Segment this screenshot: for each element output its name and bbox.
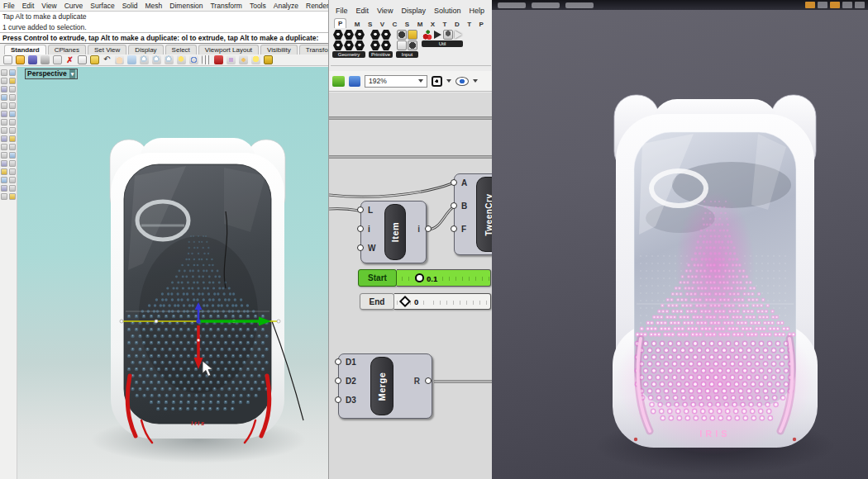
component-tab[interactable]: S	[368, 21, 372, 28]
tweencrv-component[interactable]: A B F TweenCrv	[454, 173, 493, 255]
zoom-window-icon[interactable]	[165, 55, 174, 64]
output-port-R[interactable]: R	[414, 377, 420, 386]
sidebar-tool-icon[interactable]	[1, 160, 7, 167]
component-tab[interactable]: M	[355, 21, 360, 28]
sidebar-tool-icon[interactable]	[9, 177, 16, 183]
item-component[interactable]: L i W Item i	[360, 201, 427, 263]
item-component-capsule[interactable]: Item	[384, 204, 406, 260]
menu-item[interactable]: File	[336, 7, 348, 15]
zoom-level-select[interactable]: 192%	[365, 75, 427, 88]
menu-item[interactable]: Mesh	[145, 2, 163, 10]
component-tab[interactable]: M	[417, 21, 423, 28]
rhino-car-model[interactable]: iris	[17, 67, 328, 479]
menu-item[interactable]: File	[3, 2, 15, 10]
toolbar-tab[interactable]: Viewport Layout	[198, 45, 259, 55]
topbar-button[interactable]	[818, 2, 827, 8]
tree-icon[interactable]	[443, 30, 453, 40]
menu-item[interactable]: Surface	[90, 2, 114, 10]
sidebar-tool-icon[interactable]	[9, 111, 16, 117]
component-tab[interactable]: C	[393, 21, 398, 28]
toolbar-tab[interactable]: Visibility	[260, 45, 298, 55]
component-icon[interactable]	[370, 30, 380, 40]
component-icon[interactable]	[333, 40, 343, 50]
start-slider[interactable]: Start 0.1	[358, 269, 491, 287]
sidebar-tool-icon[interactable]	[9, 86, 16, 92]
input-port-L[interactable]: L	[368, 206, 373, 215]
arrow-right-icon[interactable]	[434, 31, 441, 39]
component-icon[interactable]	[344, 40, 354, 50]
component-icon[interactable]	[408, 30, 417, 40]
sidebar-tool-icon[interactable]	[9, 78, 16, 84]
osnap-icon[interactable]	[239, 55, 248, 64]
component-icon[interactable]	[355, 30, 365, 40]
clipboard-icon[interactable]	[53, 55, 62, 64]
sidebar-tool-icon[interactable]	[9, 168, 16, 175]
toolbar-tab[interactable]: Set View	[88, 45, 126, 55]
sidebar-tool-icon[interactable]	[1, 193, 7, 200]
sidebar-tool-icon[interactable]	[1, 144, 7, 150]
palette-group-label[interactable]: Input	[396, 51, 418, 58]
component-icon[interactable]	[397, 40, 407, 50]
grasshopper-canvas[interactable]: L i W Item i A B F TweenCrv Start	[329, 92, 493, 479]
sidebar-tool-icon[interactable]	[9, 135, 16, 142]
sidebar-tool-icon[interactable]	[1, 111, 7, 117]
merge-component[interactable]: D1 D2 D3 Merge R	[338, 353, 432, 419]
zoom-extents-icon[interactable]	[432, 76, 442, 87]
toolbar-tab[interactable]: Select	[165, 45, 197, 55]
sidebar-tool-icon[interactable]	[1, 152, 7, 159]
palette-group-label[interactable]: Util	[422, 40, 463, 47]
menu-item[interactable]: Solution	[434, 7, 461, 15]
input-port-A[interactable]: A	[461, 178, 467, 187]
output-port-i[interactable]: i	[417, 225, 420, 234]
sidebar-tool-icon[interactable]	[1, 135, 7, 142]
input-port-W[interactable]: W	[368, 244, 375, 253]
input-port-F[interactable]: F	[461, 225, 466, 234]
topbar-button[interactable]	[498, 2, 526, 8]
topbar-button[interactable]	[842, 2, 852, 8]
named-view-icon[interactable]	[214, 55, 223, 64]
menu-item[interactable]: View	[377, 7, 393, 15]
start-slider-track[interactable]: 0.1	[397, 269, 491, 287]
topbar-button[interactable]	[830, 2, 840, 8]
menu-item[interactable]: Render	[306, 2, 328, 10]
menu-item[interactable]: Display	[401, 7, 426, 15]
input-port-D3[interactable]: D3	[346, 396, 356, 405]
sidebar-tool-icon[interactable]	[1, 78, 7, 84]
menu-item[interactable]: Curve	[64, 2, 83, 10]
component-icon[interactable]	[397, 30, 407, 40]
component-tab[interactable]: T	[467, 21, 471, 28]
perspective-viewport[interactable]: Perspective ▾	[17, 67, 328, 479]
menu-item[interactable]: Tools	[250, 2, 266, 10]
sidebar-tool-icon[interactable]	[1, 177, 7, 183]
component-tab[interactable]: P	[334, 18, 346, 28]
zoom-out-icon[interactable]	[152, 55, 161, 64]
start-slider-knob[interactable]	[415, 273, 424, 282]
component-icon[interactable]	[333, 30, 343, 40]
zoom-selected-icon[interactable]	[177, 55, 186, 64]
sidebar-tool-icon[interactable]	[9, 119, 16, 126]
component-tab[interactable]: T	[443, 21, 447, 28]
gh-open-icon[interactable]	[332, 76, 345, 87]
paste-icon[interactable]	[90, 55, 99, 64]
tweencrv-component-capsule[interactable]: TweenCrv	[476, 177, 493, 252]
sidebar-tool-icon[interactable]	[1, 102, 7, 109]
menu-item[interactable]: Solid	[122, 2, 138, 10]
end-slider-track[interactable]: 0	[394, 293, 491, 310]
input-port-i[interactable]: i	[368, 225, 370, 234]
undo-icon[interactable]: ↶	[103, 55, 112, 64]
menu-item[interactable]: Edit	[356, 7, 370, 15]
print-icon[interactable]	[41, 55, 50, 64]
pan-icon[interactable]	[115, 55, 124, 64]
sidebar-tool-icon[interactable]	[1, 119, 7, 126]
chevron-down-icon[interactable]	[473, 79, 478, 83]
input-port-D2[interactable]: D2	[346, 377, 356, 386]
sidebar-tool-icon[interactable]	[9, 152, 16, 159]
component-icon[interactable]	[381, 30, 391, 40]
sidebar-tool-icon[interactable]	[9, 144, 16, 150]
new-file-icon[interactable]	[3, 55, 12, 64]
toolbar-tab[interactable]: Standard	[4, 45, 46, 55]
command-prompt[interactable]: Press Control to extrude, tap Alt to mak…	[0, 32, 328, 44]
display-mode-icon[interactable]	[227, 55, 236, 64]
palette-group-label[interactable]: Geometry	[332, 51, 365, 58]
component-icon[interactable]	[355, 40, 365, 50]
